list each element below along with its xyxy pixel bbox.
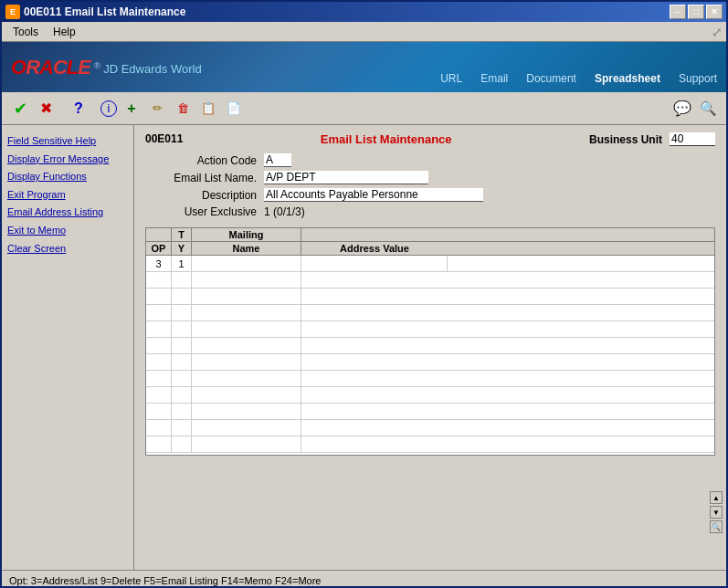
table-row [146,420,714,436]
table-row [146,289,714,305]
row2-ty[interactable] [172,272,192,288]
description-field[interactable] [264,188,483,202]
edit-button[interactable]: ✏ [146,98,168,120]
row6-name[interactable] [192,338,301,353]
oracle-wordmark: ORACLE [11,56,90,79]
delete-button[interactable]: 🗑 [172,98,194,120]
row1-ty[interactable]: 1 [172,256,192,271]
nav-document[interactable]: Document [526,72,576,85]
row9-ty[interactable] [172,387,192,403]
row4-address[interactable] [301,305,448,320]
nav-spreadsheet[interactable]: Spreadsheet [595,72,660,85]
row12-name[interactable] [192,436,301,452]
close-button[interactable]: ✕ [706,5,723,19]
row8-op[interactable] [146,371,172,386]
grid-header-row1: T Mailing [145,227,715,241]
row1-address[interactable] [301,256,448,271]
sidebar-display-functions[interactable]: Display Functions [5,168,130,186]
row11-address[interactable] [301,420,448,436]
title-bar: E 00E011 Email List Maintenance ─ □ ✕ [2,2,726,22]
row8-ty[interactable] [172,371,192,386]
info-button[interactable]: i [100,100,117,117]
action-code-field[interactable] [264,153,291,167]
title-bar-buttons: ─ □ ✕ [670,5,723,19]
business-unit-value[interactable]: 40 [670,132,715,146]
row8-name[interactable] [192,371,301,386]
resize-icon: ⤢ [712,25,723,39]
row5-address[interactable] [301,321,448,337]
row11-ty[interactable] [172,420,192,436]
row11-name[interactable] [192,420,301,436]
sidebar-field-sensitive-help[interactable]: Field Sensitive Help [5,132,130,151]
row5-name[interactable] [192,321,301,337]
check-button[interactable]: ✔ [9,98,31,120]
sidebar-email-address-listing[interactable]: Email Address Listing [5,204,130,222]
row4-name[interactable] [192,305,301,320]
menu-tools[interactable]: Tools [5,24,46,40]
zoom-button[interactable]: 🔍 [710,520,723,533]
scroll-down-button[interactable]: ▼ [710,506,723,519]
row5-ty[interactable] [172,321,192,337]
row2-name[interactable] [192,272,301,288]
row9-name[interactable] [192,387,301,403]
row12-address[interactable] [301,436,448,452]
row4-op[interactable] [146,305,172,320]
row6-address[interactable] [301,338,448,353]
scroll-up-button[interactable]: ▲ [710,491,723,504]
app-icon: E [5,5,20,19]
help-button[interactable]: ? [68,98,90,120]
col-header-address: Address Value [301,242,448,255]
action-code-label: Action Code [145,154,264,167]
sidebar-clear-screen[interactable]: Clear Screen [5,240,130,258]
row10-ty[interactable] [172,404,192,419]
header-nav: URL Email Document Spreadsheet Support [440,72,717,85]
row11-op[interactable] [146,420,172,436]
menu-bar: Tools Help ⤢ [2,22,726,42]
nav-url[interactable]: URL [440,72,462,85]
title-bar-text: 00E011 Email List Maintenance [24,5,185,18]
description-label: Description [145,189,264,202]
row3-name[interactable] [192,289,301,304]
minimize-button[interactable]: ─ [670,5,686,19]
row5-op[interactable] [146,321,172,337]
row10-name[interactable] [192,404,301,419]
row7-name[interactable] [192,354,301,370]
sidebar-display-error[interactable]: Display Error Message [5,151,130,169]
row3-address[interactable] [301,289,448,304]
maximize-button[interactable]: □ [688,5,704,19]
row9-address[interactable] [301,387,448,403]
sidebar-exit-program[interactable]: Exit Program [5,186,130,205]
nav-support[interactable]: Support [679,72,717,85]
email-list-name-field[interactable] [264,171,428,184]
cancel-button[interactable]: ✖ [35,98,57,120]
row6-op[interactable] [146,338,172,353]
row1-op[interactable]: 3 [146,256,172,271]
col-header-blank2 [301,228,448,241]
row6-ty[interactable] [172,338,192,353]
row12-op[interactable] [146,436,172,452]
row2-op[interactable] [146,272,172,288]
row3-op[interactable] [146,289,172,304]
copy-button[interactable]: 📋 [197,98,219,120]
row10-op[interactable] [146,404,172,419]
row10-address[interactable] [301,404,448,419]
sidebar-exit-memo[interactable]: Exit to Memo [5,222,130,240]
row4-ty[interactable] [172,305,192,320]
add-button[interactable]: + [121,98,142,120]
row9-op[interactable] [146,387,172,403]
row1-name[interactable] [192,256,301,271]
action-code-row: Action Code [145,153,715,167]
search-button[interactable]: 🔍 [697,98,719,120]
row7-address[interactable] [301,354,448,370]
row7-op[interactable] [146,354,172,370]
row2-address[interactable] [301,272,448,288]
nav-email[interactable]: Email [480,72,508,85]
row8-address[interactable] [301,371,448,386]
menu-help[interactable]: Help [46,24,83,40]
sidebar: Field Sensitive Help Display Error Messa… [2,125,134,570]
row3-ty[interactable] [172,289,192,304]
paste-button[interactable]: 📄 [223,98,245,120]
row12-ty[interactable] [172,436,192,452]
row7-ty[interactable] [172,354,192,370]
chat-button[interactable]: 💬 [671,98,693,120]
